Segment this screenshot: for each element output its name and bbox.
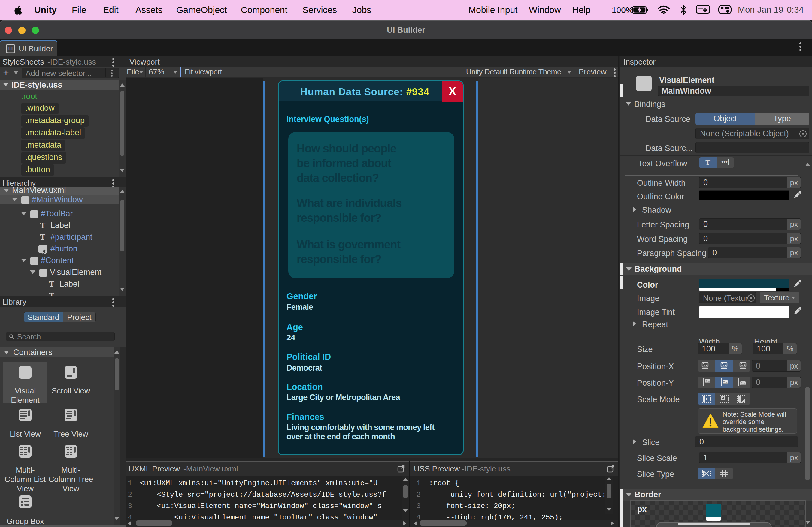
svg-text:UI: UI bbox=[9, 46, 13, 51]
